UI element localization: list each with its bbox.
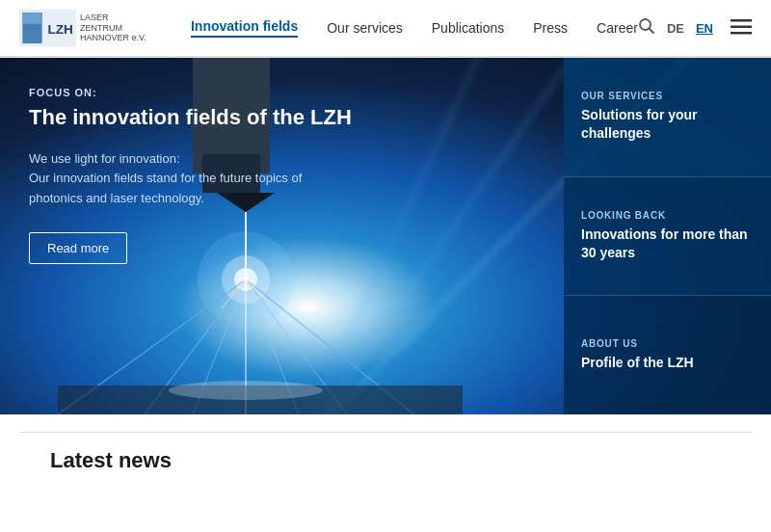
nav-press[interactable]: Press bbox=[533, 20, 568, 36]
hero-title: The innovation fields of the LZH bbox=[29, 104, 463, 132]
hamburger-button[interactable] bbox=[731, 15, 752, 40]
search-icon bbox=[638, 17, 655, 35]
panel-3-subtitle: ABOUT US bbox=[581, 338, 754, 349]
panel-2-subtitle: LOOKING BACK bbox=[581, 210, 754, 221]
panel-3-title: Profile of the LZH bbox=[581, 354, 754, 372]
svg-rect-7 bbox=[731, 26, 752, 29]
lang-de-button[interactable]: DE bbox=[667, 21, 684, 36]
search-button[interactable] bbox=[638, 17, 655, 40]
logo-area[interactable]: LZH LASER ZENTRUM HANNOVER e.V. bbox=[19, 9, 152, 47]
lang-en-button[interactable]: EN bbox=[696, 21, 713, 36]
panel-1-title: Solutions for your challenges bbox=[581, 106, 754, 143]
panel-2-title: Innovations for more than 30 years bbox=[581, 226, 754, 262]
main-header: LZH LASER ZENTRUM HANNOVER e.V. Innovati… bbox=[0, 0, 771, 58]
svg-rect-8 bbox=[731, 32, 752, 35]
svg-rect-2 bbox=[22, 13, 41, 24]
read-more-button[interactable]: Read more bbox=[29, 232, 127, 264]
focus-label: FOCUS ON: bbox=[29, 87, 463, 98]
hero-description: We use light for innovation: Our innovat… bbox=[29, 149, 318, 209]
header-controls: DE EN bbox=[638, 15, 752, 40]
logo-icon: LZH bbox=[19, 9, 76, 47]
latest-news-title: Latest news bbox=[50, 448, 721, 473]
main-nav: Innovation fields Our services Publicati… bbox=[191, 18, 638, 38]
nav-publications[interactable]: Publications bbox=[432, 20, 505, 36]
hero-text-overlay: FOCUS ON: The innovation fields of the L… bbox=[0, 58, 492, 414]
nav-career[interactable]: Career bbox=[597, 20, 638, 36]
svg-text:LZH: LZH bbox=[48, 22, 73, 37]
panel-looking-back[interactable]: LOOKING BACK Innovations for more than 3… bbox=[564, 177, 771, 297]
panel-about-us[interactable]: ABOUT US Profile of the LZH bbox=[564, 296, 771, 414]
hamburger-icon bbox=[731, 19, 752, 35]
svg-rect-6 bbox=[731, 19, 752, 22]
logo-subtext: LASER ZENTRUM HANNOVER e.V. bbox=[80, 13, 152, 43]
panel-1-subtitle: OUR SERVICES bbox=[581, 91, 754, 101]
latest-news-section: Latest news bbox=[0, 433, 771, 473]
svg-line-5 bbox=[649, 28, 653, 33]
nav-innovation-fields[interactable]: Innovation fields bbox=[191, 18, 298, 38]
hero-right-panels: OUR SERVICES Solutions for your challeng… bbox=[564, 58, 771, 414]
hero-section: FOCUS ON: The innovation fields of the L… bbox=[0, 58, 771, 414]
nav-our-services[interactable]: Our services bbox=[327, 20, 403, 36]
panel-our-services[interactable]: OUR SERVICES Solutions for your challeng… bbox=[564, 58, 771, 177]
